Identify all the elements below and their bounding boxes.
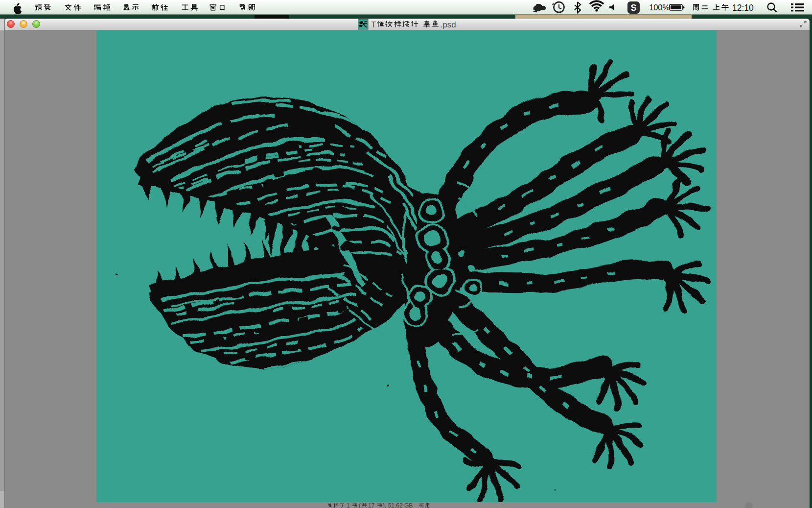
- svg-text:), 51.62 GB: ), 51.62 GB: [383, 502, 413, 508]
- svg-text:.psd: .psd: [441, 20, 456, 29]
- svg-text:17: 17: [368, 502, 375, 508]
- svg-text:T: T: [371, 20, 376, 29]
- svg-text:100%: 100%: [649, 3, 670, 12]
- svg-text:S: S: [630, 3, 636, 13]
- svg-text:(: (: [359, 502, 361, 508]
- svg-text:1: 1: [347, 502, 350, 508]
- svg-text:12:10: 12:10: [732, 3, 754, 13]
